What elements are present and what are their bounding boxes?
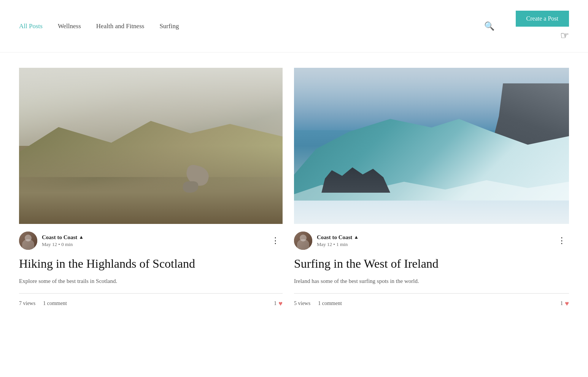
- cursor-hand-icon: ☞: [560, 30, 569, 42]
- post-divider-1: [19, 293, 283, 294]
- post-meta-1: Coast to Coast ▲ May 12 • 0 min ⋮: [19, 232, 283, 250]
- post-views-2: 5 views: [294, 300, 310, 307]
- more-menu-button-1[interactable]: ⋮: [268, 235, 283, 246]
- heart-icon-2[interactable]: ♥: [565, 300, 569, 308]
- admin-badge-2: ▲: [354, 234, 359, 240]
- author-avatar-2: [294, 232, 312, 250]
- post-excerpt-1: Explore some of the best trails in Scotl…: [19, 276, 283, 286]
- post-image-hiking[interactable]: [19, 68, 283, 224]
- post-footer-1: 7 views 1 comment 1 ♥: [19, 300, 283, 308]
- author-name-2: Coast to Coast ▲: [317, 234, 555, 241]
- author-name-1: Coast to Coast ▲: [42, 234, 268, 241]
- post-divider-2: [294, 293, 569, 294]
- admin-badge-1: ▲: [79, 234, 84, 240]
- post-likes-2[interactable]: 1 ♥: [560, 300, 569, 308]
- post-comments-2: 1 comment: [318, 300, 342, 307]
- search-button[interactable]: 🔍: [484, 21, 494, 31]
- post-title-1[interactable]: Hiking in the Highlands of Scotland: [19, 256, 283, 272]
- nav-item-health-fitness[interactable]: Health and Fitness: [96, 22, 145, 30]
- post-comments-1: 1 comment: [43, 300, 67, 307]
- more-menu-button-2[interactable]: ⋮: [555, 235, 569, 246]
- create-post-button[interactable]: Create a Post: [516, 11, 569, 27]
- navigation-bar: All Posts Wellness Health and Fitness Su…: [0, 0, 588, 53]
- post-card-2: Coast to Coast ▲ May 12 • 1 min ⋮ Surfin…: [294, 68, 569, 323]
- post-footer-2: 5 views 1 comment 1 ♥: [294, 300, 569, 308]
- post-views-1: 7 views: [19, 300, 35, 307]
- likes-count-2: 1: [560, 300, 563, 307]
- nav-item-all-posts[interactable]: All Posts: [19, 22, 43, 30]
- post-date-1: May 12 • 0 min: [42, 241, 268, 248]
- create-post-area: Create a Post ☞: [516, 11, 569, 42]
- post-meta-2: Coast to Coast ▲ May 12 • 1 min ⋮: [294, 232, 569, 250]
- likes-count-1: 1: [274, 300, 277, 307]
- post-excerpt-2: Ireland has some of the best surfing spo…: [294, 276, 569, 286]
- post-card-1: Coast to Coast ▲ May 12 • 0 min ⋮ Hiking…: [19, 68, 294, 323]
- post-stats-2: 5 views 1 comment: [294, 300, 342, 307]
- search-icon: 🔍: [484, 21, 494, 31]
- post-date-2: May 12 • 1 min: [317, 241, 555, 248]
- post-image-surf[interactable]: [294, 68, 569, 224]
- posts-grid: Coast to Coast ▲ May 12 • 0 min ⋮ Hiking…: [0, 53, 588, 338]
- heart-icon-1[interactable]: ♥: [278, 300, 283, 308]
- nav-item-wellness[interactable]: Wellness: [58, 22, 81, 30]
- author-info-2: Coast to Coast ▲ May 12 • 1 min: [317, 234, 555, 248]
- post-stats-1: 7 views 1 comment: [19, 300, 67, 307]
- author-info-1: Coast to Coast ▲ May 12 • 0 min: [42, 234, 268, 248]
- author-avatar-1: [19, 232, 37, 250]
- nav-item-surfing[interactable]: Surfing: [159, 22, 179, 30]
- post-likes-1[interactable]: 1 ♥: [274, 300, 283, 308]
- post-title-2[interactable]: Surfing in the West of Ireland: [294, 256, 569, 272]
